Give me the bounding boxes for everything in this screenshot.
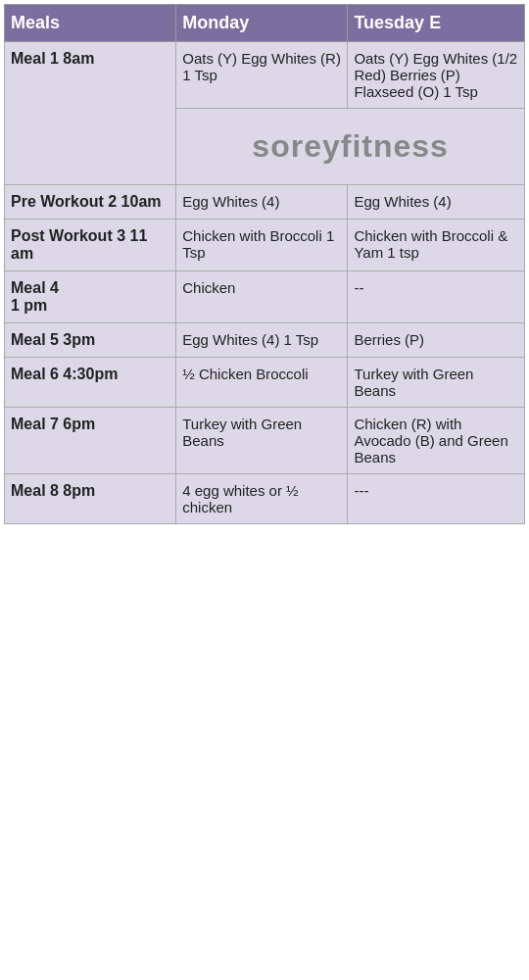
meal-label: Pre Workout 2 10am (5, 185, 176, 220)
tuesday-cell: Berries (P) (348, 323, 525, 358)
meals-table: Meals Monday Tuesday E Meal 1 8amOats (Y… (4, 4, 525, 524)
monday-cell: Chicken with Broccoli 1 Tsp (176, 220, 348, 271)
meal-label: Post Workout 3 11 am (5, 220, 176, 271)
meal-label: Meal 4 1 pm (5, 271, 176, 323)
tuesday-cell: Egg Whites (4) (348, 185, 525, 220)
tuesday-cell: Chicken (R) with Avocado (B) and Green B… (348, 408, 525, 474)
tuesday-cell: -- (348, 271, 525, 323)
header-tuesday: Tuesday E (348, 5, 525, 42)
table-row: Meal 7 6pmTurkey with Green BeansChicken… (5, 408, 525, 474)
header-meals: Meals (5, 5, 176, 42)
meal-label: Meal 5 3pm (5, 323, 176, 358)
table-row: Meal 6 4:30pm½ Chicken BroccoliTurkey wi… (5, 358, 525, 408)
meal-label: Meal 8 8pm (5, 474, 176, 524)
tuesday-cell: Oats (Y) Egg Whites (1/2 Red) Berries (P… (348, 42, 525, 109)
meal-label: Meal 7 6pm (5, 408, 176, 474)
main-container: Meals Monday Tuesday E Meal 1 8amOats (Y… (0, 0, 529, 528)
watermark-text: soreyfitness (176, 109, 525, 185)
table-row: Meal 1 8amOats (Y) Egg Whites (R) 1 TspO… (5, 42, 525, 109)
table-row: Post Workout 3 11 amChicken with Broccol… (5, 220, 525, 271)
meal-label: Meal 6 4:30pm (5, 358, 176, 408)
monday-cell: Oats (Y) Egg Whites (R) 1 Tsp (176, 42, 348, 109)
table-row: Meal 5 3pmEgg Whites (4) 1 TspBerries (P… (5, 323, 525, 358)
monday-cell: 4 egg whites or ½ chicken (176, 474, 348, 524)
tuesday-cell: Chicken with Broccoli & Yam 1 tsp (348, 220, 525, 271)
monday-cell: Turkey with Green Beans (176, 408, 348, 474)
monday-cell: ½ Chicken Broccoli (176, 358, 348, 408)
meal-label: Meal 1 8am (5, 42, 176, 185)
table-row: Meal 8 8pm4 egg whites or ½ chicken--- (5, 474, 525, 524)
monday-cell: Egg Whites (4) 1 Tsp (176, 323, 348, 358)
tuesday-cell: --- (348, 474, 525, 524)
monday-cell: Egg Whites (4) (176, 185, 348, 220)
monday-cell: Chicken (176, 271, 348, 323)
tuesday-cell: Turkey with Green Beans (348, 358, 525, 408)
table-row: Meal 4 1 pmChicken-- (5, 271, 525, 323)
header-monday: Monday (176, 5, 348, 42)
table-row: Pre Workout 2 10amEgg Whites (4)Egg Whit… (5, 185, 525, 220)
